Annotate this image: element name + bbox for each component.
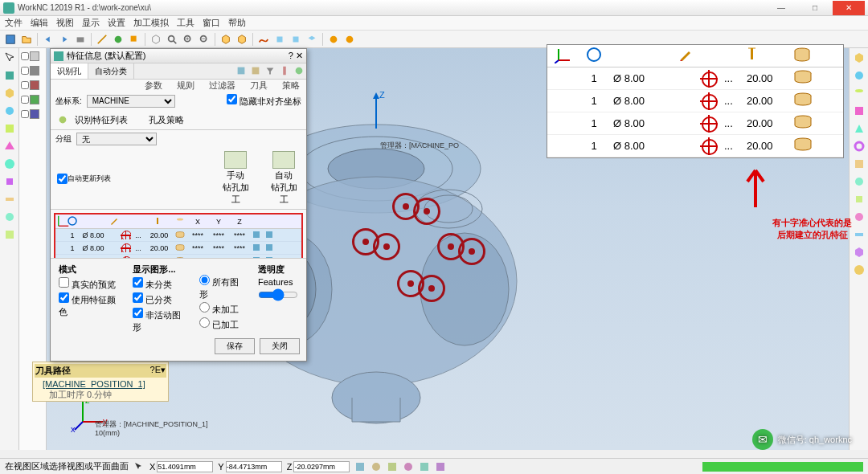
vis-check-1[interactable]	[21, 52, 29, 60]
shape4-icon[interactable]	[2, 156, 18, 172]
save-icon[interactable]	[3, 32, 18, 47]
menu-tools[interactable]: 工具	[177, 17, 194, 29]
transparency-slider[interactable]	[258, 288, 298, 301]
view-side-icon[interactable]	[289, 32, 303, 47]
r-tool3-icon[interactable]	[851, 209, 867, 225]
r-tool5-icon[interactable]	[851, 244, 867, 260]
status-i1-icon[interactable]	[354, 461, 366, 472]
r-cube-icon[interactable]	[851, 50, 867, 66]
vis-check-3[interactable]	[21, 81, 29, 89]
vis-check-4[interactable]	[21, 96, 29, 104]
menu-display[interactable]: 显示	[82, 17, 100, 29]
menu-help[interactable]: 帮助	[228, 17, 246, 29]
view-iso-icon[interactable]	[305, 32, 319, 47]
sphere-icon[interactable]	[326, 32, 341, 47]
manual-drill-button[interactable]: 手动 钻孔加工	[219, 151, 252, 206]
status-x-field[interactable]	[157, 461, 213, 472]
menu-sim[interactable]: 加工模拟	[133, 17, 169, 29]
group-select[interactable]: 无	[76, 133, 157, 145]
vis-check-5[interactable]	[21, 110, 29, 118]
box1-icon[interactable]	[219, 32, 233, 47]
block-icon[interactable]	[2, 85, 18, 101]
curve-icon[interactable]	[256, 32, 271, 47]
auto-update-check[interactable]	[57, 174, 68, 184]
r-cone-icon[interactable]	[851, 121, 867, 137]
redo-icon[interactable]	[57, 32, 72, 47]
tab-autoclass[interactable]: 自动分类	[88, 63, 134, 79]
menu-window[interactable]: 窗口	[203, 17, 220, 29]
cube-icon[interactable]	[149, 32, 163, 47]
shape6-icon[interactable]	[2, 191, 18, 207]
status-z-field[interactable]	[293, 461, 350, 472]
layer-icon[interactable]	[127, 32, 141, 47]
machined-radio[interactable]	[199, 317, 210, 328]
r-box-icon[interactable]	[851, 103, 867, 119]
r-torus-icon[interactable]	[851, 138, 867, 154]
auto-drill-button[interactable]: 自动 钻孔加工	[268, 151, 300, 206]
panel-titlebar[interactable]: 特征信息 (默认配置) ? ✕	[51, 49, 306, 63]
zoom-in-icon[interactable]	[181, 32, 195, 47]
use-color-check[interactable]	[59, 292, 69, 303]
shape1-icon[interactable]	[2, 103, 18, 119]
close-button[interactable]: ✕	[833, 1, 865, 15]
minimize-button[interactable]: —	[765, 1, 797, 15]
color-icon[interactable]	[111, 32, 125, 47]
open-icon[interactable]	[19, 32, 34, 47]
measure-icon[interactable]	[95, 32, 109, 47]
status-y-field[interactable]	[226, 461, 282, 472]
r-mesh-icon[interactable]	[851, 156, 867, 172]
close-button[interactable]: 关闭	[260, 338, 300, 354]
panel-tb-filter-icon[interactable]	[263, 63, 277, 78]
save-button[interactable]: 保存	[215, 338, 255, 354]
vis-check-2[interactable]	[21, 67, 29, 75]
tab-recognize[interactable]: 识别孔	[51, 63, 88, 79]
menu-view[interactable]: 视图	[56, 17, 74, 29]
r-tool2-icon[interactable]	[851, 191, 867, 207]
feature-row[interactable]: 1Ø 8.00...20.00************	[55, 229, 301, 242]
r-cyl-icon[interactable]	[851, 85, 867, 101]
real-preview-check[interactable]	[59, 277, 69, 288]
panel-tb-strat-icon[interactable]	[292, 63, 306, 78]
feature-row[interactable]: 1Ø 8.00...20.00************	[55, 242, 301, 255]
unclass-check[interactable]	[133, 277, 143, 288]
coord-select[interactable]: MACHINE	[87, 95, 175, 108]
sphere2-icon[interactable]	[342, 32, 357, 47]
shape3-icon[interactable]	[2, 138, 18, 154]
menu-file[interactable]: 文件	[5, 17, 23, 29]
status-i6-icon[interactable]	[435, 461, 446, 472]
r-sphere-icon[interactable]	[851, 67, 867, 84]
panel-tb-tool-icon[interactable]	[277, 63, 292, 78]
toolpath-tree[interactable]: 刀具路径 ?E▾ [MACHINE_POSITION_1] 加工时序 0.分钟	[32, 362, 169, 402]
shape8-icon[interactable]	[2, 227, 18, 243]
print-icon[interactable]	[73, 32, 88, 47]
view-front-icon[interactable]	[272, 32, 287, 47]
undo-icon[interactable]	[41, 32, 55, 47]
classed-check[interactable]	[133, 292, 143, 303]
menu-settings[interactable]: 设置	[108, 17, 125, 29]
r-tool6-icon[interactable]	[851, 262, 867, 278]
status-i4-icon[interactable]	[403, 461, 414, 472]
shape2-icon[interactable]	[2, 121, 18, 137]
menu-edit[interactable]: 编辑	[31, 17, 48, 29]
inactive-check[interactable]	[133, 308, 143, 318]
shape7-icon[interactable]	[2, 209, 18, 225]
paint-icon[interactable]	[2, 67, 18, 84]
maximize-button[interactable]: □	[799, 1, 831, 15]
zoom-out-icon[interactable]	[197, 32, 211, 47]
panel-tb-rules-icon[interactable]	[248, 63, 263, 78]
r-tool1-icon[interactable]	[851, 174, 867, 190]
unmach-radio[interactable]	[199, 302, 210, 313]
recog-icon[interactable]	[55, 112, 70, 127]
status-i5-icon[interactable]	[419, 461, 430, 472]
box2-icon[interactable]	[235, 32, 249, 47]
r-tool4-icon[interactable]	[851, 227, 867, 243]
status-i3-icon[interactable]	[387, 461, 398, 472]
annotation-text: 有十字准心代表的是 后期建立的孔特征	[772, 217, 852, 242]
shape5-icon[interactable]	[2, 174, 18, 190]
zoom-fit-icon[interactable]	[165, 32, 179, 47]
panel-tb-params-icon[interactable]	[234, 63, 248, 78]
allshape-radio[interactable]	[199, 275, 210, 285]
hide-nonalign-check[interactable]	[227, 94, 237, 104]
cursor-icon[interactable]	[2, 50, 18, 66]
status-i2-icon[interactable]	[371, 461, 382, 472]
